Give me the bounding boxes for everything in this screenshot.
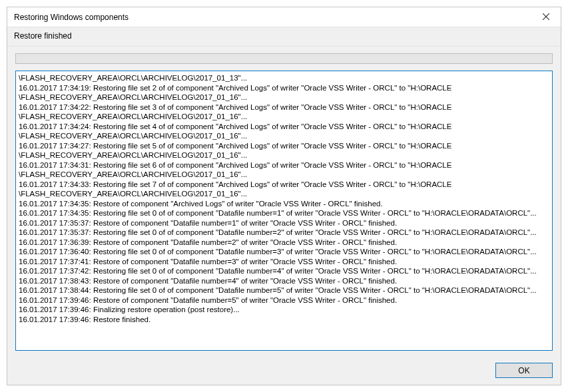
log-line: \FLASH_RECOVERY_AREA\ORCL\ARCHIVELOG\201… (19, 112, 549, 122)
log-line: \FLASH_RECOVERY_AREA\ORCL\ARCHIVELOG\201… (19, 93, 549, 102)
progress-bar (15, 53, 553, 64)
log-line: \FLASH_RECOVERY_AREA\ORCL\ARCHIVELOG\201… (19, 150, 549, 160)
log-line: 16.01.2017 17:34:35: Restore of componen… (19, 199, 549, 209)
log-line: 16.01.2017 17:39:46: Restore of componen… (19, 295, 549, 305)
dialog-title: Restoring Windows components (14, 13, 129, 22)
log-line: \FLASH_RECOVERY_AREA\ORCL\ARCHIVELOG\201… (19, 131, 549, 141)
ok-button[interactable]: OK (495, 363, 553, 378)
log-output[interactable]: \FLASH_RECOVERY_AREA\ORCL\ARCHIVELOG\201… (15, 71, 553, 351)
log-line: 16.01.2017 17:39:46: Finalizing restore … (19, 305, 549, 315)
dialog-body: \FLASH_RECOVERY_AREA\ORCL\ARCHIVELOG\201… (7, 47, 561, 357)
log-line: 16.01.2017 17:34:24: Restoring file set … (19, 122, 549, 132)
log-line: 16.01.2017 17:34:31: Restoring file set … (19, 160, 549, 170)
log-line: 16.01.2017 17:34:33: Restoring file set … (19, 180, 549, 190)
dialog-footer: OK (7, 357, 561, 385)
log-line: 16.01.2017 17:34:35: Restoring file set … (19, 208, 549, 218)
log-line: 16.01.2017 17:35:37: Restoring file set … (19, 228, 549, 238)
log-line: 16.01.2017 17:38:43: Restore of componen… (19, 276, 549, 286)
log-line: 16.01.2017 17:36:39: Restore of componen… (19, 238, 549, 248)
log-line: 16.01.2017 17:36:40: Restoring file set … (19, 247, 549, 257)
restore-dialog: Restoring Windows components Restore fin… (7, 7, 561, 385)
close-button[interactable] (537, 9, 555, 25)
log-line: 16.01.2017 17:37:41: Restore of componen… (19, 257, 549, 267)
log-line: 16.01.2017 17:38:44: Restoring file set … (19, 286, 549, 295)
log-line: 16.01.2017 17:39:46: Restore finished. (19, 315, 549, 325)
log-line: \FLASH_RECOVERY_AREA\ORCL\ARCHIVELOG\201… (19, 189, 549, 199)
log-line: 16.01.2017 17:34:27: Restoring file set … (19, 141, 549, 151)
close-icon (543, 13, 549, 22)
log-line: 16.01.2017 17:35:37: Restore of componen… (19, 218, 549, 228)
log-line: 16.01.2017 17:34:19: Restoring file set … (19, 83, 549, 93)
log-line: 16.01.2017 17:37:42: Restoring file set … (19, 266, 549, 276)
titlebar: Restoring Windows components (7, 7, 561, 27)
log-line: \FLASH_RECOVERY_AREA\ORCL\ARCHIVELOG\201… (19, 73, 549, 83)
log-line: \FLASH_RECOVERY_AREA\ORCL\ARCHIVELOG\201… (19, 170, 549, 180)
log-line: 16.01.2017 17:34:22: Restoring file set … (19, 102, 549, 112)
status-text: Restore finished (7, 27, 561, 47)
